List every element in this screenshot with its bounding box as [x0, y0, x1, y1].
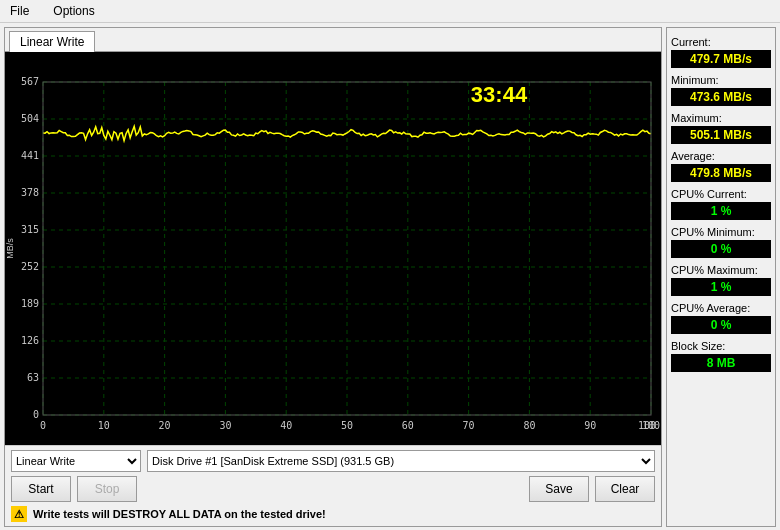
cpu-maximum-value: 1 %: [671, 278, 771, 296]
controls-row2: Start Stop Save Clear: [11, 476, 655, 502]
start-button[interactable]: Start: [11, 476, 71, 502]
cpu-average-label: CPU% Average:: [671, 302, 771, 314]
maximum-value: 505.1 MB/s: [671, 126, 771, 144]
minimum-label: Minimum:: [671, 74, 771, 86]
cpu-average-value: 0 %: [671, 316, 771, 334]
menu-bar: File Options: [0, 0, 780, 23]
minimum-value: 473.6 MB/s: [671, 88, 771, 106]
right-panel: Current: 479.7 MB/s Minimum: 473.6 MB/s …: [666, 27, 776, 527]
menu-options[interactable]: Options: [47, 2, 100, 20]
block-size-value: 8 MB: [671, 354, 771, 372]
main-container: Linear Write Linear Write Linear Read Ra…: [0, 23, 780, 530]
warning-row: ⚠ Write tests will DESTROY ALL DATA on t…: [11, 506, 655, 522]
current-label: Current:: [671, 36, 771, 48]
cpu-minimum-value: 0 %: [671, 240, 771, 258]
cpu-current-label: CPU% Current:: [671, 188, 771, 200]
block-size-label: Block Size:: [671, 340, 771, 352]
bottom-controls: Linear Write Linear Read Random Write Ra…: [5, 445, 661, 526]
clear-button[interactable]: Clear: [595, 476, 655, 502]
chart-container: [5, 52, 661, 445]
test-type-select[interactable]: Linear Write Linear Read Random Write Ra…: [11, 450, 141, 472]
warning-icon: ⚠: [11, 506, 27, 522]
maximum-label: Maximum:: [671, 112, 771, 124]
average-value: 479.8 MB/s: [671, 164, 771, 182]
average-label: Average:: [671, 150, 771, 162]
performance-chart: [5, 52, 661, 445]
controls-row1: Linear Write Linear Read Random Write Ra…: [11, 450, 655, 472]
cpu-current-value: 1 %: [671, 202, 771, 220]
tab-linear-write[interactable]: Linear Write: [9, 31, 95, 52]
current-value: 479.7 MB/s: [671, 50, 771, 68]
stop-button[interactable]: Stop: [77, 476, 137, 502]
save-button[interactable]: Save: [529, 476, 589, 502]
menu-file[interactable]: File: [4, 2, 35, 20]
cpu-minimum-label: CPU% Minimum:: [671, 226, 771, 238]
drive-select[interactable]: Disk Drive #1 [SanDisk Extreme SSD] (931…: [147, 450, 655, 472]
tab-bar: Linear Write: [5, 28, 661, 52]
left-panel: Linear Write Linear Write Linear Read Ra…: [4, 27, 662, 527]
cpu-maximum-label: CPU% Maximum:: [671, 264, 771, 276]
warning-text: Write tests will DESTROY ALL DATA on the…: [33, 508, 326, 520]
